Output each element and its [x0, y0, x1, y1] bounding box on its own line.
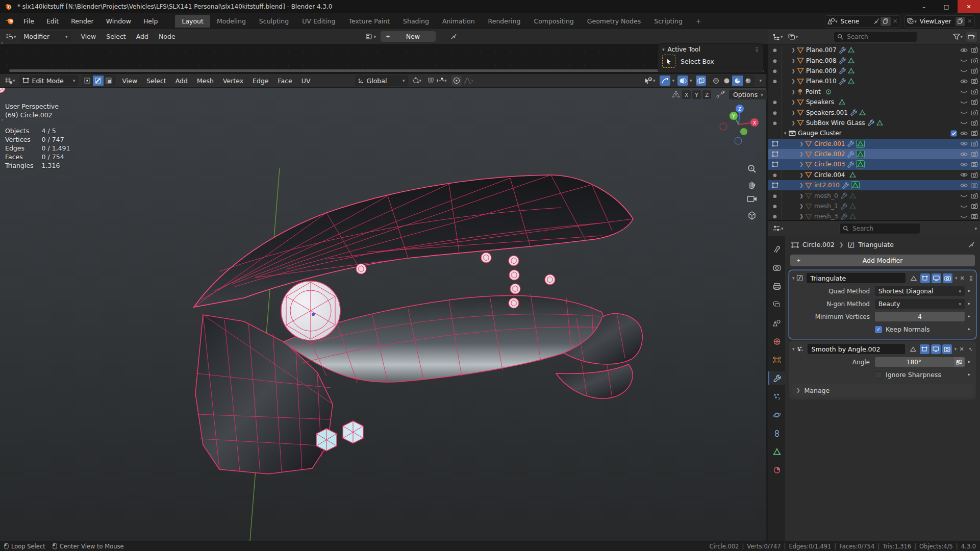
toggle-realtime[interactable] [931, 344, 941, 354]
toggle-render[interactable] [943, 273, 952, 283]
animate-decorator-dot[interactable]: • [965, 313, 973, 320]
tab--[interactable]: + [689, 15, 708, 28]
eye-open-icon[interactable] [960, 152, 968, 157]
proportional-editing-toggle[interactable] [451, 76, 462, 86]
wireframe-shading-button[interactable] [711, 76, 721, 86]
tab-sculpting[interactable]: Sculpting [253, 15, 295, 28]
outliner-row-subbox-wire-glass[interactable]: ●❯SubBox Wire GLass [768, 118, 980, 128]
expand-icon[interactable]: ❯ [798, 183, 805, 188]
mirror-icon[interactable] [671, 91, 681, 98]
expand-icon[interactable]: ❯ [790, 120, 797, 126]
viewport-editor-type-button[interactable]: ▾ [3, 76, 17, 86]
tab-tool-icon[interactable] [768, 243, 785, 256]
new-scene-copy-button[interactable] [881, 17, 891, 26]
eye-open-icon[interactable] [960, 172, 968, 178]
eye-closed-icon[interactable] [960, 110, 968, 115]
eye-open-icon[interactable] [960, 183, 968, 188]
camera-render-icon[interactable] [971, 213, 978, 219]
pin-icon[interactable]: ➴ [969, 346, 973, 352]
animate-decorator-dot[interactable]: • [965, 300, 973, 308]
solid-shading-button[interactable] [721, 76, 732, 86]
node-menu-node[interactable]: Node [154, 31, 181, 42]
modifier-extras-dropdown[interactable]: ▾ [954, 346, 957, 352]
collapse-icon[interactable]: ▾ [792, 276, 795, 281]
gizmos-toggle[interactable] [660, 76, 670, 86]
expand-icon[interactable]: ❯ [798, 204, 805, 209]
animate-decorator-dot[interactable]: • [965, 326, 973, 333]
node-menu-select[interactable]: Select [101, 31, 131, 42]
edge-select-button[interactable] [93, 76, 104, 86]
maximize-button[interactable]: □ [935, 0, 958, 13]
outliner-row-circle-001[interactable]: ❯Circle.001 [768, 139, 980, 149]
node-menu-add[interactable]: Add [131, 31, 154, 42]
fake-user-pin-icon[interactable] [450, 33, 457, 40]
viewport-menu-mesh[interactable]: Mesh [192, 76, 218, 86]
modifier-name-field[interactable]: Smooth by Angle.002 [808, 344, 905, 354]
drag-grip-icon[interactable]: ⣿ [969, 276, 973, 281]
tab-rendering[interactable]: Rendering [482, 15, 527, 28]
tab-geometry-nodes[interactable]: Geometry Nodes [581, 15, 647, 28]
outliner-search-input[interactable] [846, 33, 899, 41]
eye-closed-icon[interactable] [960, 120, 968, 126]
number-field-angle[interactable]: 180° [875, 357, 953, 367]
tab-physics-icon[interactable] [768, 408, 785, 421]
orthographic-toggle-icon[interactable] [747, 211, 757, 220]
camera-render-icon[interactable] [971, 78, 978, 84]
tab-modeling[interactable]: Modeling [210, 15, 253, 28]
minimize-button[interactable]: – [913, 0, 935, 13]
checkbox-keep-normals[interactable]: ✓ [875, 326, 882, 333]
camera-render-icon[interactable] [971, 203, 978, 209]
outliner-filter-collection-icon[interactable]: ▾ [787, 32, 800, 42]
material-preview-button[interactable] [732, 76, 743, 86]
face-select-button[interactable] [104, 76, 114, 86]
properties-options-dropdown[interactable]: ▾ [974, 226, 977, 231]
tab-render-icon[interactable] [768, 261, 785, 274]
outliner-row-plane-008[interactable]: ●❯Plane.008 [768, 55, 980, 65]
navigation-gizmo[interactable]: Z Y X [717, 102, 760, 146]
attribute-toggle-button[interactable] [953, 357, 965, 367]
expand-icon[interactable]: ❯ [790, 99, 797, 105]
show-gizmo-dropdown[interactable]: ▾ [643, 76, 657, 86]
new-collection-button[interactable] [966, 32, 977, 42]
viewport-menu-select[interactable]: Select [142, 76, 171, 86]
viewport-menu-add[interactable]: Add [171, 76, 192, 86]
transform-orientation-dropdown[interactable]: Global▾ [355, 75, 408, 86]
gizmos-dropdown[interactable]: ▾ [672, 78, 674, 83]
tab-constraints-icon[interactable] [768, 427, 785, 440]
eye-open-icon[interactable] [960, 141, 968, 146]
tab-compositing[interactable]: Compositing [527, 15, 580, 28]
snap-individual-icon[interactable] [716, 91, 725, 98]
camera-render-icon[interactable] [971, 193, 978, 199]
collapse-icon[interactable]: ▾ [792, 346, 795, 352]
zoom-tool-icon[interactable] [747, 164, 757, 174]
modifier-name-field[interactable]: Triangulate [807, 273, 906, 283]
tab-material-icon[interactable] [768, 463, 785, 477]
new-nodetree-button[interactable]: ＋ New [381, 31, 436, 42]
toggle-edit-mode[interactable] [920, 273, 930, 283]
tab-particles-icon[interactable] [768, 390, 785, 403]
expand-icon[interactable]: ❯ [798, 193, 805, 198]
viewport-3d[interactable] [0, 88, 766, 541]
viewlayer-selector[interactable]: ▾ ViewLayer ✕ [904, 15, 975, 28]
camera-render-icon[interactable] [971, 130, 978, 136]
outliner-row-speakers-001[interactable]: ●❯Speakers.001 [768, 107, 980, 117]
overlays-toggle[interactable] [677, 76, 688, 86]
camera-render-icon[interactable] [971, 68, 978, 74]
outliner-row-speakers[interactable]: ●❯Speakers [768, 97, 980, 107]
tab-layout[interactable]: Layout [175, 15, 210, 28]
outliner-row-mesh-0[interactable]: ●❯mesh_0 [768, 190, 980, 201]
node-tree-mode-dropdown[interactable]: Modifier▾ [21, 31, 71, 42]
eye-closed-icon[interactable] [960, 214, 968, 219]
tab-texture-paint[interactable]: Texture Paint [342, 15, 396, 28]
outliner-row-int2-010[interactable]: ❯int2.010 [768, 180, 980, 190]
animate-decorator-dot[interactable]: • [965, 359, 973, 366]
properties-editor-type-button[interactable]: ▾ [771, 223, 785, 234]
checkbox-ignore-sharpness[interactable] [875, 371, 882, 379]
pin-icon[interactable] [873, 18, 880, 24]
expand-icon[interactable]: ❯ [790, 110, 797, 115]
collection-checkbox[interactable] [950, 130, 957, 137]
shading-dropdown[interactable]: ▾ [759, 78, 762, 83]
delete-modifier-icon[interactable]: ✕ [959, 346, 964, 353]
eye-closed-icon[interactable] [960, 99, 968, 105]
expand-icon[interactable]: ❯ [798, 162, 805, 167]
